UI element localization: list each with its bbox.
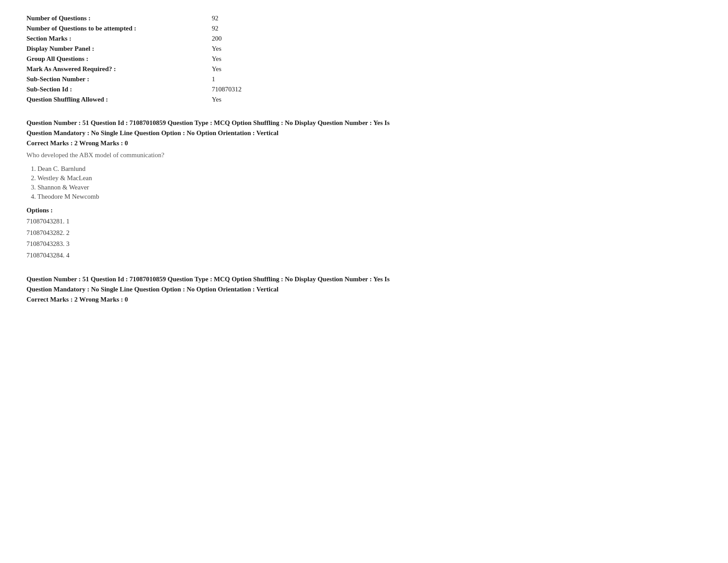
info-row: Section Marks :200 xyxy=(26,34,300,44)
info-value: 1 xyxy=(212,74,300,84)
info-row: Number of Questions to be attempted :92 xyxy=(26,23,300,34)
info-label: Sub-Section Number : xyxy=(26,74,212,84)
info-label: Display Number Panel : xyxy=(26,44,212,54)
info-row: Mark As Answered Required? :Yes xyxy=(26,64,300,74)
info-label: Number of Questions : xyxy=(26,13,212,23)
info-value: 92 xyxy=(212,23,300,34)
question-text: Who developed the ABX model of communica… xyxy=(26,151,702,159)
info-row: Sub-Section Id :710870312 xyxy=(26,84,300,94)
info-value: Yes xyxy=(212,44,300,54)
option-list: 1. Dean C. Barnlund2. Westley & MacLean3… xyxy=(26,165,702,200)
option-item: 1. Dean C. Barnlund xyxy=(31,165,702,173)
info-value: 92 xyxy=(212,13,300,23)
question-block: Question Number : 51 Question Id : 71087… xyxy=(26,274,702,303)
option-ids: 71087043281. 171087043282. 271087043283.… xyxy=(26,216,702,261)
info-row: Sub-Section Number :1 xyxy=(26,74,300,84)
info-value: Yes xyxy=(212,64,300,74)
info-value: 710870312 xyxy=(212,84,300,94)
info-label: Number of Questions to be attempted : xyxy=(26,23,212,34)
info-row: Display Number Panel :Yes xyxy=(26,44,300,54)
info-label: Section Marks : xyxy=(26,34,212,44)
option-item: 3. Shannon & Weaver xyxy=(31,184,702,191)
question-block: Question Number : 51 Question Id : 71087… xyxy=(26,118,702,261)
correct-marks: Correct Marks : 2 Wrong Marks : 0 xyxy=(26,140,702,147)
option-item: 4. Theodore M Newcomb xyxy=(31,193,702,200)
info-row: Question Shuffling Allowed :Yes xyxy=(26,94,300,105)
info-value: Yes xyxy=(212,94,300,105)
question-meta: Question Number : 51 Question Id : 71087… xyxy=(26,118,702,138)
info-label: Group All Questions : xyxy=(26,54,212,64)
correct-marks: Correct Marks : 2 Wrong Marks : 0 xyxy=(26,296,702,303)
info-label: Mark As Answered Required? : xyxy=(26,64,212,74)
info-value: 200 xyxy=(212,34,300,44)
info-label: Question Shuffling Allowed : xyxy=(26,94,212,105)
option-item: 2. Westley & MacLean xyxy=(31,174,702,182)
info-row: Number of Questions :92 xyxy=(26,13,300,23)
question-meta: Question Number : 51 Question Id : 71087… xyxy=(26,274,702,294)
info-table: Number of Questions :92Number of Questio… xyxy=(26,13,300,105)
info-row: Group All Questions :Yes xyxy=(26,54,300,64)
info-label: Sub-Section Id : xyxy=(26,84,212,94)
options-label: Options : xyxy=(26,207,702,214)
info-value: Yes xyxy=(212,54,300,64)
